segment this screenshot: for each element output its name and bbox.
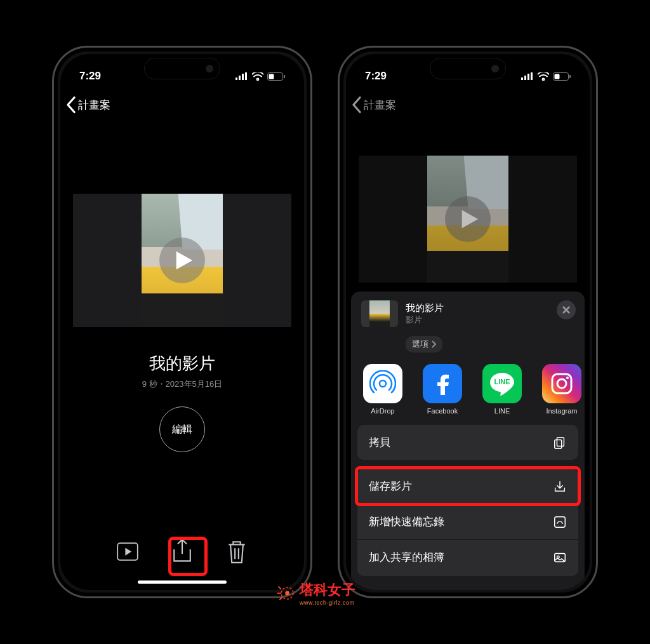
svg-rect-5 (269, 74, 274, 79)
toolbar (60, 532, 304, 572)
line-icon: LINE (488, 369, 517, 398)
svg-rect-6 (284, 75, 285, 78)
svg-point-18 (557, 379, 566, 388)
svg-rect-20 (557, 437, 564, 446)
share-target-line[interactable]: LINE LINE (479, 364, 525, 415)
share-label: Instagram (539, 407, 585, 415)
share-icon (171, 539, 193, 566)
download-icon (553, 480, 567, 493)
copy-icon (553, 436, 567, 450)
album-icon (553, 551, 567, 565)
svg-rect-3 (245, 72, 247, 80)
svg-rect-1 (239, 76, 241, 80)
svg-rect-21 (555, 439, 562, 448)
video-info: 我的影片 9 秒・2023年5月16日 編輯 (60, 352, 304, 452)
video-preview[interactable] (73, 194, 291, 327)
svg-rect-22 (555, 516, 566, 527)
edit-button[interactable]: 編輯 (159, 406, 205, 452)
watermark-icon (275, 582, 297, 604)
close-button[interactable] (557, 300, 576, 319)
action-copy[interactable]: 拷貝 (357, 425, 578, 460)
status-time: 7:29 (79, 70, 101, 83)
wifi-icon (252, 72, 263, 81)
share-target-airdrop[interactable]: AirDrop (360, 364, 406, 415)
dynamic-island (430, 58, 506, 79)
play-button[interactable] (445, 196, 491, 242)
chevron-left-icon (65, 96, 77, 114)
svg-rect-11 (531, 72, 533, 80)
play-button[interactable] (159, 238, 205, 283)
svg-rect-14 (569, 75, 571, 78)
play-icon (458, 208, 480, 230)
dynamic-island (144, 58, 220, 79)
back-button[interactable]: 計畫案 (351, 96, 396, 114)
svg-point-26 (285, 591, 289, 596)
back-label: 計畫案 (78, 98, 110, 112)
nav-bar: 計畫案 (60, 91, 304, 119)
chevron-left-icon (351, 96, 362, 114)
phone-right: 7:29 計畫案 我的影片 影片 (338, 46, 598, 598)
cellular-icon (235, 72, 248, 80)
sheet-title: 我的影片 (406, 302, 444, 314)
video-preview-dimmed (359, 156, 577, 283)
back-label: 計畫案 (364, 98, 396, 112)
play-icon (173, 250, 194, 271)
share-label: AirDrop (360, 407, 406, 415)
play-box-icon (117, 542, 138, 561)
options-button[interactable]: 選項 (406, 336, 442, 352)
airdrop-icon (369, 370, 396, 397)
action-quick-note[interactable]: 新增快速備忘錄 (357, 504, 578, 539)
share-target-instagram[interactable]: Instagram (539, 364, 585, 415)
share-target-facebook[interactable]: Facebook (420, 364, 465, 415)
home-indicator[interactable] (138, 580, 227, 584)
battery-icon (267, 72, 285, 81)
svg-rect-0 (235, 77, 237, 80)
note-icon (553, 515, 567, 529)
svg-point-15 (380, 380, 386, 387)
sheet-type: 影片 (406, 314, 444, 326)
back-button[interactable]: 計畫案 (65, 96, 110, 114)
share-label: LINE (479, 407, 525, 415)
svg-point-19 (566, 377, 569, 379)
share-button[interactable] (171, 541, 193, 563)
svg-rect-10 (527, 74, 529, 80)
trash-icon (226, 539, 248, 565)
close-icon (562, 305, 571, 314)
battery-icon (553, 72, 571, 81)
watermark: 塔科女子 www.tech-girlz.com (275, 580, 355, 606)
share-targets-row[interactable]: AirDrop Facebook LINE LINE Instagram (351, 352, 585, 420)
sheet-thumbnail (361, 300, 398, 327)
delete-button[interactable] (226, 541, 248, 563)
share-sheet: 我的影片 影片 選項 AirDrop Facebook (351, 292, 585, 590)
wifi-icon (538, 72, 549, 81)
action-save-video[interactable]: 儲存影片 (357, 469, 578, 504)
svg-text:LINE: LINE (494, 378, 510, 386)
cellular-icon (521, 72, 534, 80)
video-subtitle: 9 秒・2023年5月16日 (60, 379, 304, 390)
svg-rect-17 (552, 374, 571, 393)
status-time: 7:29 (365, 70, 387, 83)
play-toolbar-button[interactable] (117, 541, 138, 563)
facebook-icon (431, 372, 454, 395)
instagram-icon (549, 371, 574, 396)
svg-rect-13 (555, 74, 560, 79)
share-label: Facebook (420, 407, 465, 415)
action-list: 拷貝 儲存影片 新增快速備忘錄 加入共享的相簿 (351, 420, 585, 576)
svg-rect-9 (524, 76, 526, 80)
svg-rect-2 (242, 74, 244, 80)
video-title: 我的影片 (60, 352, 304, 375)
action-add-shared-album[interactable]: 加入共享的相簿 (357, 540, 578, 576)
svg-rect-8 (521, 77, 523, 80)
nav-bar: 計畫案 (346, 91, 590, 119)
chevron-right-icon (431, 340, 436, 348)
phone-left: 7:29 計畫案 我的影片 9 秒・2023年5月16日 編輯 (52, 46, 312, 598)
